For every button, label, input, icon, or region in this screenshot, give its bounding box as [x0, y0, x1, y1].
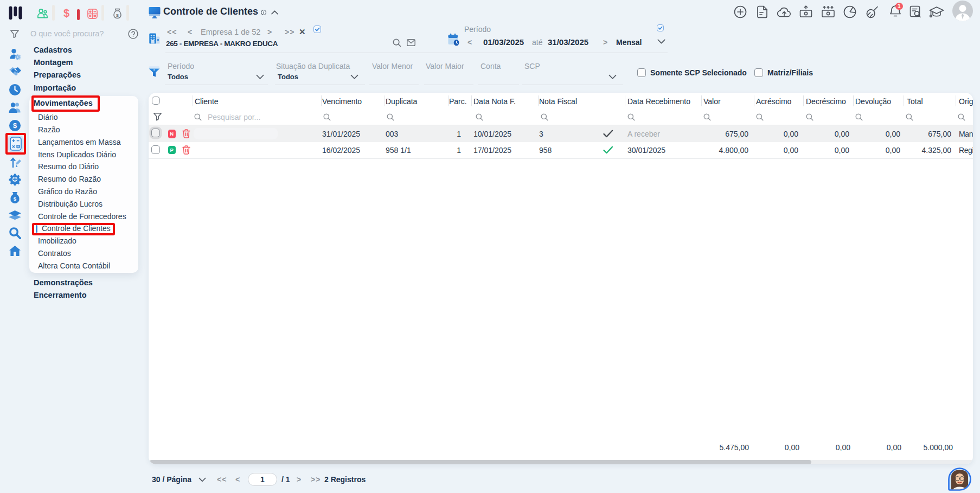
svg-text:$: $ — [13, 121, 17, 130]
svg-text:S: S — [116, 13, 119, 18]
svg-text:$: $ — [14, 196, 17, 202]
